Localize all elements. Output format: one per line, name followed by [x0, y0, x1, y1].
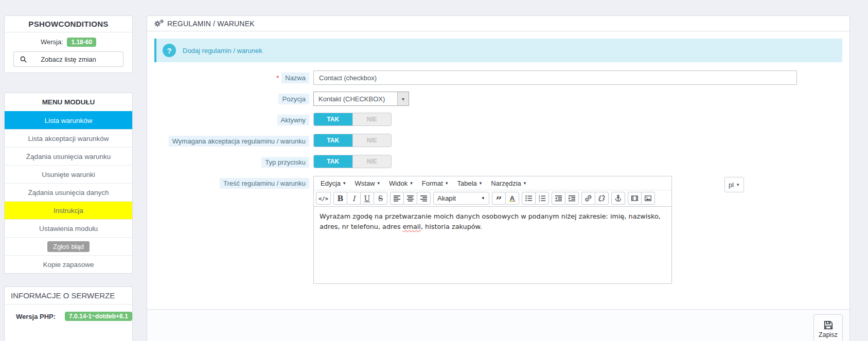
language-selector[interactable]: pl ▼: [724, 177, 744, 192]
italic-button[interactable]: I: [347, 192, 361, 205]
sidebar-item-zadania-usuniecia-warunku[interactable]: Żądania usunięcia warunku: [5, 147, 132, 165]
position-control-col: Kontakt (CHECKBOX) ▾: [313, 92, 849, 106]
sidebar: PSHOWCONDITIONS Wersja: 1.18-60 Zobacz l…: [4, 15, 133, 341]
align-right-icon: [420, 194, 428, 202]
editor-menu-edycja[interactable]: Edycja▾: [316, 177, 350, 190]
text-color-button[interactable]: A: [505, 192, 519, 205]
blockquote-button[interactable]: ”: [492, 192, 506, 205]
sidebar-item-usuniete-warunki[interactable]: Usunięte warunki: [5, 165, 132, 183]
align-center-icon: [406, 194, 414, 202]
editor-menu-wstaw[interactable]: Wstaw▾: [350, 177, 385, 190]
toolbar-group-lists: [522, 192, 549, 205]
active-label: Aktywny: [277, 115, 309, 125]
sidebar-item-ustawienia-modulu[interactable]: Ustawienia modułu: [5, 219, 132, 237]
unordered-list-button[interactable]: [522, 192, 536, 205]
link-icon: [584, 194, 592, 202]
content-text: Wyrażam zgodę na przetwarzanie moich dan…: [320, 212, 661, 230]
editor-toolbar: </> B I U S: [314, 190, 671, 207]
name-row: *Nazwa: [147, 70, 849, 85]
button-type-switch-on[interactable]: TAK: [314, 155, 352, 168]
acceptance-switch[interactable]: TAK NIE: [313, 134, 392, 147]
paragraph-format-select[interactable]: Akapit ▼: [433, 192, 489, 205]
floppy-icon: [823, 320, 834, 330]
editor-paragraph: Wyrażam zgodę na przetwarzanie moich dan…: [320, 211, 666, 232]
toolbar-group-links: [581, 192, 609, 205]
unlink-button[interactable]: [595, 192, 609, 205]
acceptance-switch-on[interactable]: TAK: [314, 134, 352, 147]
anchor-button[interactable]: [611, 192, 625, 205]
paragraph-format-value: Akapit: [437, 194, 456, 202]
align-left-button[interactable]: [390, 192, 404, 205]
acceptance-switch-off[interactable]: NIE: [352, 134, 392, 147]
module-info-card: PSHOWCONDITIONS Wersja: 1.18-60 Zobacz l…: [4, 15, 133, 73]
module-title: PSHOWCONDITIONS: [5, 16, 132, 32]
align-center-button[interactable]: [403, 192, 417, 205]
misspelled-word: email: [403, 223, 421, 230]
name-control-col: [313, 70, 849, 85]
ordered-list-button[interactable]: [535, 192, 549, 205]
active-switch-on[interactable]: TAK: [314, 113, 352, 125]
caret-down-icon: ▾: [378, 181, 380, 186]
editor-menu-tabela[interactable]: Tabela▾: [452, 177, 486, 190]
sidebar-item-zadania-usuniecia-danych[interactable]: Żądania usunięcia danych: [5, 183, 132, 201]
image-button[interactable]: [641, 192, 655, 205]
richtext-editor: Edycja▾ Wstaw▾ Widok▾ Format▾ Tabela▾ Na…: [313, 176, 672, 284]
editor-menubar: Edycja▾ Wstaw▾ Widok▾ Format▾ Tabela▾ Na…: [314, 176, 671, 190]
module-version-line: Wersja: 1.18-60: [5, 38, 132, 47]
media-button[interactable]: [628, 192, 642, 205]
button-type-label: Typ przycisku: [261, 157, 309, 168]
strikethrough-button[interactable]: S: [374, 192, 387, 205]
position-select-value: Kontakt (CHECKBOX): [314, 95, 397, 103]
source-code-button[interactable]: </>: [316, 192, 331, 205]
report-bug-button[interactable]: Zgłoś błąd: [47, 241, 90, 252]
name-input[interactable]: [313, 70, 797, 85]
php-version-label: Wersja PHP:: [16, 313, 56, 320]
bold-button[interactable]: B: [333, 192, 347, 205]
changelog-button[interactable]: Zobacz listę zmian: [13, 51, 123, 67]
changelog-button-label: Zobacz listę zmian: [41, 56, 96, 63]
outdent-button[interactable]: [552, 192, 565, 205]
underline-button[interactable]: U: [360, 192, 374, 205]
content-text: , historia zakupów.: [421, 223, 482, 230]
content-row: Treść regulaminu / warunku Edycja▾ Wstaw…: [147, 176, 849, 284]
save-button[interactable]: Zapisz: [813, 314, 843, 341]
menu-label: Wstaw: [355, 180, 375, 187]
editor-menu-widok[interactable]: Widok▾: [384, 177, 417, 190]
acceptance-label: Wymagana akceptacja regulaminu / warunku: [169, 136, 309, 147]
button-type-switch[interactable]: TAK NIE: [313, 155, 392, 168]
sidebar-item-lista-warunkow[interactable]: Lista warunków: [5, 111, 132, 129]
button-type-label-col: Typ przycisku: [147, 155, 309, 168]
unlink-icon: [598, 194, 606, 202]
editor-menu-format[interactable]: Format▾: [417, 177, 453, 190]
active-switch-off[interactable]: NIE: [352, 113, 392, 125]
info-alert-text: Dodaj regulamin / warunek: [183, 47, 262, 55]
button-type-row: Typ przycisku TAK NIE: [147, 155, 849, 168]
align-left-icon: [393, 194, 401, 202]
link-button[interactable]: [581, 192, 595, 205]
caret-down-icon: ▾: [480, 181, 482, 186]
position-select[interactable]: Kontakt (CHECKBOX) ▾: [313, 92, 409, 106]
cogs-icon: [154, 19, 164, 28]
position-label: Pozycja: [278, 94, 309, 104]
sidebar-item-instrukcja[interactable]: Instrukcja: [5, 201, 132, 219]
editor-content[interactable]: Wyrażam zgodę na przetwarzanie moich dan…: [314, 207, 671, 283]
editor-menu-narzedzia[interactable]: Narzędzia▾: [486, 177, 530, 190]
acceptance-row: Wymagana akceptacja regulaminu / warunku…: [147, 134, 849, 147]
menu-label: Widok: [389, 180, 408, 187]
save-button-label: Zapisz: [819, 331, 838, 338]
outdent-icon: [555, 194, 562, 202]
toolbar-group-anchor: [611, 192, 625, 205]
toolbar-group-indent: [552, 192, 579, 205]
caret-down-icon: ▾: [524, 181, 526, 186]
content-label: Treść regulaminu / warunku: [220, 178, 309, 189]
sidebar-item-lista-akceptacji[interactable]: Lista akceptacji warunków: [5, 129, 132, 147]
php-version-row: Wersja PHP: 7.0.14-1~dotdeb+8.1: [5, 304, 132, 321]
indent-button[interactable]: [565, 192, 579, 205]
caret-down-icon: ▾: [446, 181, 448, 186]
active-switch[interactable]: TAK NIE: [313, 113, 392, 126]
align-right-button[interactable]: [417, 192, 431, 205]
sidebar-item-kopie-zapasowe[interactable]: Kopie zapasowe: [5, 255, 132, 273]
menu-label: Edycja: [321, 180, 341, 187]
button-type-switch-off[interactable]: NIE: [352, 155, 392, 168]
toolbar-group-media: [628, 192, 655, 205]
